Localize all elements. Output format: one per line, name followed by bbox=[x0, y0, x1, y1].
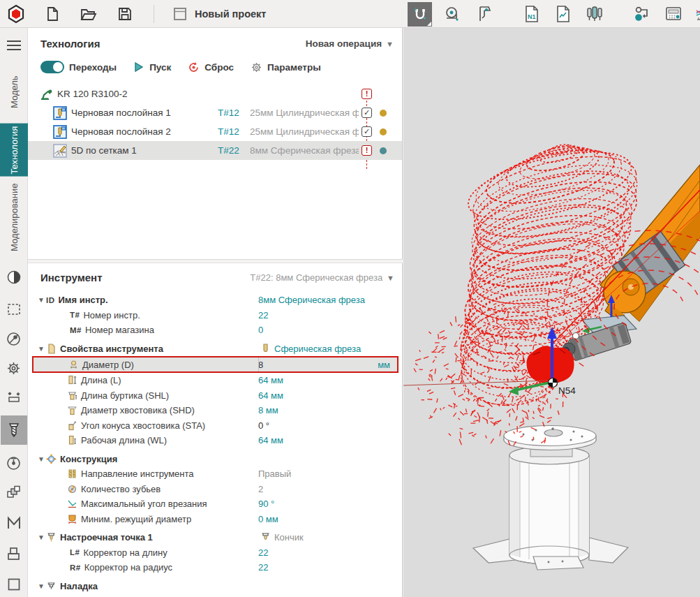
ball-mill-icon bbox=[260, 344, 271, 354]
new-file-icon[interactable] bbox=[42, 3, 63, 24]
min-diameter-icon bbox=[67, 514, 77, 524]
toolbar-separator bbox=[154, 5, 154, 23]
roughing-op-icon bbox=[53, 125, 67, 139]
tree-row-op3-selected[interactable]: 5D по сеткам 1 T#22 8мм Сферическая фрез… bbox=[28, 141, 402, 160]
prop-row-shoulder-length[interactable]: Длина буртика (SHL) 64 мм bbox=[28, 388, 403, 404]
prop-row-magazine-number[interactable]: M#Номер магазина 0 bbox=[28, 323, 403, 338]
prop-group-construction[interactable]: ▼ Конструкция bbox=[28, 452, 403, 467]
reset-icon bbox=[188, 61, 200, 73]
rotary-table-pedestal bbox=[473, 426, 628, 570]
chevron-down-icon[interactable]: ▼ bbox=[38, 296, 46, 304]
tool-selector-dropdown[interactable]: Т#22: 8мм Сферическая фреза▼ bbox=[250, 272, 394, 283]
direction-icon bbox=[67, 469, 77, 479]
nc-program-icon[interactable]: N1 bbox=[521, 3, 542, 24]
stock-icon[interactable] bbox=[1, 572, 27, 597]
taper-angle-icon bbox=[67, 420, 77, 431]
save-icon[interactable] bbox=[114, 3, 135, 24]
tool-panel-title: Инструмент bbox=[40, 272, 102, 283]
holder-icon bbox=[46, 581, 57, 591]
robot-icon bbox=[39, 87, 53, 101]
prop-row-length[interactable]: Длина (L) 64 мм bbox=[28, 373, 403, 388]
caliper-icon[interactable] bbox=[474, 3, 495, 24]
diameter-value-field[interactable]: 8 bbox=[258, 360, 378, 370]
prop-row-diameter-highlighted[interactable]: Диаметр (D) 8 мм bbox=[32, 356, 399, 373]
tab-modeling[interactable]: Моделирование bbox=[0, 182, 28, 253]
prop-row-shank-taper-angle[interactable]: Угол конуса хвостовика (STA) 0 ° bbox=[28, 418, 403, 434]
compass-icon[interactable] bbox=[1, 326, 27, 351]
prop-group-tool-properties[interactable]: ▼ Свойства инструмента Сферическая фреза bbox=[28, 341, 403, 357]
chevron-down-icon[interactable]: ▼ bbox=[38, 582, 46, 590]
chevron-down-icon[interactable]: ▼ bbox=[38, 345, 46, 353]
prop-row-tool-direction[interactable]: Направление инструмента Правый bbox=[28, 466, 403, 482]
measure-tape-icon[interactable] bbox=[442, 3, 463, 24]
tab-model[interactable]: Модель bbox=[0, 68, 28, 115]
gauge-icon[interactable] bbox=[1, 450, 27, 476]
open-file-icon[interactable] bbox=[78, 3, 99, 24]
shoulder-length-icon bbox=[67, 390, 77, 401]
left-sidebar: Модель Технология Моделирование bbox=[0, 28, 28, 597]
setup-point-icon bbox=[46, 532, 57, 543]
construction-gear-icon bbox=[46, 454, 57, 464]
prop-row-max-plunge-angle[interactable]: Максимальный угол врезания 90 ° bbox=[28, 496, 403, 512]
tool-name-value[interactable]: 8мм Сферическая фреза bbox=[258, 295, 403, 305]
right-toolbar: N1 bbox=[408, 0, 700, 28]
menu-icon[interactable] bbox=[7, 38, 21, 53]
prop-row-shank-diameter[interactable]: Диаметр хвостовика (SHD) 8 мм bbox=[28, 403, 403, 418]
prop-group-id[interactable]: ▼ IDИмя инстр. 8мм Сферическая фреза bbox=[28, 293, 403, 308]
calculator-icon[interactable] bbox=[663, 3, 684, 24]
macro-icon[interactable] bbox=[1, 510, 27, 536]
transitions-toggle[interactable]: Переходы bbox=[40, 61, 117, 73]
prop-row-radius-corrector[interactable]: R#Корректор на радиус 22 bbox=[28, 560, 403, 575]
run-button[interactable]: Пуск bbox=[133, 61, 171, 73]
tool-panel: Инструмент Т#22: 8мм Сферическая фреза▼ … bbox=[28, 263, 403, 594]
copies-icon[interactable] bbox=[1, 480, 27, 505]
setup-point-value[interactable]: Кончик bbox=[260, 532, 403, 543]
error-badge[interactable]: ! bbox=[362, 145, 372, 156]
tab-technology[interactable]: Технология bbox=[0, 124, 28, 177]
technology-panel: Технология Новая операция▼ Переходы Пуск… bbox=[28, 28, 403, 597]
press-icon[interactable] bbox=[1, 541, 27, 566]
workflow-icon[interactable] bbox=[632, 3, 653, 24]
snap-magnet-icon[interactable] bbox=[408, 2, 432, 27]
prop-row-tool-number[interactable]: T#Номер инстр. 22 bbox=[28, 308, 403, 323]
tree-row-op1[interactable]: Черновая послойная 1 T#12 25мм Цилиндрич… bbox=[28, 103, 402, 122]
tool-icon[interactable] bbox=[1, 415, 27, 445]
selection-box-icon[interactable] bbox=[1, 297, 27, 322]
prop-row-working-length[interactable]: Рабочая длина (WL) 64 мм bbox=[28, 433, 403, 448]
error-badge[interactable]: ! bbox=[362, 89, 372, 99]
tree-row-op2[interactable]: Черновая послойная 2 T#12 25мм Цилиндрич… bbox=[28, 122, 402, 141]
shank-diameter-icon bbox=[67, 405, 77, 415]
app-logo-icon[interactable] bbox=[6, 3, 27, 24]
viewport-3d[interactable]: N54 bbox=[403, 28, 700, 597]
prop-row-min-cutting-diameter[interactable]: Миним. режущий диаметр 0 мм bbox=[28, 512, 403, 527]
enabled-checkbox[interactable]: ✓ bbox=[362, 126, 372, 137]
roughing-op-icon bbox=[53, 106, 67, 120]
diameter-icon bbox=[68, 360, 79, 370]
tools-library-icon[interactable] bbox=[584, 3, 605, 24]
tool-tip-icon bbox=[260, 532, 271, 543]
operations-tree: KR 120 R3100-2 ! Черновая послойная 1 T#… bbox=[28, 84, 402, 160]
status-dot bbox=[380, 128, 387, 135]
settings-gear-icon[interactable] bbox=[1, 355, 27, 381]
prop-row-length-corrector[interactable]: L#Корректор на длину 22 bbox=[28, 545, 403, 561]
reset-button[interactable]: Сброс bbox=[188, 61, 234, 73]
tree-root-machine[interactable]: KR 120 R3100-2 ! bbox=[28, 84, 402, 103]
workpiece-icon[interactable] bbox=[1, 385, 27, 410]
working-length-icon bbox=[67, 435, 77, 445]
parameters-button[interactable]: Параметры bbox=[251, 61, 321, 73]
shading-mode-icon[interactable] bbox=[1, 265, 27, 290]
prop-group-setup-point[interactable]: ▼ Настроечная точка 1 Кончик bbox=[28, 530, 403, 545]
graphs-icon[interactable] bbox=[694, 3, 700, 24]
technology-title: Технология bbox=[40, 38, 100, 50]
prop-group-setup[interactable]: ▼ Наладка bbox=[28, 579, 403, 594]
report-icon[interactable] bbox=[553, 3, 574, 24]
gear-icon bbox=[251, 61, 262, 73]
status-dot bbox=[380, 147, 387, 154]
new-operation-dropdown[interactable]: Новая операция▼ bbox=[306, 38, 394, 49]
enabled-checkbox[interactable]: ✓ bbox=[362, 108, 372, 118]
tool-type-value[interactable]: Сферическая фреза bbox=[260, 344, 403, 354]
chevron-down-icon[interactable]: ▼ bbox=[38, 455, 46, 463]
block-number-label: N54 bbox=[558, 385, 576, 396]
prop-row-teeth-count[interactable]: Количество зубьев 2 bbox=[28, 482, 403, 497]
chevron-down-icon[interactable]: ▼ bbox=[38, 533, 46, 541]
